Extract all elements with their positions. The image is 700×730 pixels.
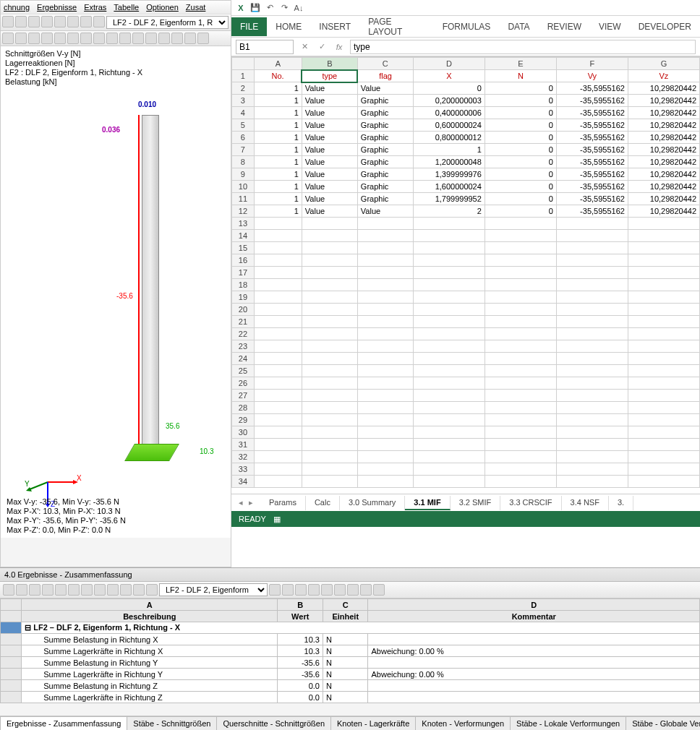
cell[interactable] bbox=[628, 426, 699, 439]
comment-cell[interactable]: Abweichung: 0.00 % bbox=[368, 645, 700, 657]
cell[interactable] bbox=[357, 377, 413, 390]
cell[interactable]: 0 bbox=[485, 95, 556, 107]
cell[interactable] bbox=[485, 439, 556, 451]
row-header[interactable]: 25 bbox=[232, 365, 255, 377]
cell[interactable] bbox=[254, 218, 302, 230]
toolbar-icon[interactable] bbox=[67, 33, 79, 44]
cell[interactable] bbox=[556, 316, 628, 328]
cell[interactable] bbox=[302, 414, 357, 426]
cell[interactable] bbox=[556, 304, 628, 316]
cell[interactable] bbox=[556, 451, 628, 463]
cell[interactable]: 1 bbox=[254, 205, 302, 218]
cell[interactable] bbox=[302, 242, 357, 254]
cell[interactable] bbox=[302, 230, 357, 242]
cell[interactable] bbox=[413, 340, 485, 353]
cell[interactable] bbox=[485, 340, 556, 353]
cell[interactable] bbox=[254, 316, 302, 328]
cell[interactable]: -35,5955162 bbox=[556, 95, 628, 107]
cell[interactable] bbox=[628, 353, 699, 365]
desc-cell[interactable]: Summe Belastung in Richtung Z bbox=[22, 680, 278, 692]
cell[interactable] bbox=[485, 254, 556, 267]
cell[interactable] bbox=[628, 439, 699, 451]
cell[interactable] bbox=[628, 316, 699, 328]
cell[interactable] bbox=[556, 365, 628, 377]
row-header[interactable]: 34 bbox=[232, 476, 255, 488]
cell[interactable]: 1 bbox=[413, 144, 485, 156]
toolbar-icon[interactable] bbox=[94, 584, 106, 596]
col-header[interactable]: C bbox=[357, 58, 413, 70]
cell[interactable]: 0 bbox=[485, 82, 556, 95]
cell[interactable] bbox=[254, 365, 302, 377]
cell[interactable] bbox=[556, 254, 628, 267]
excel-export-icon[interactable] bbox=[360, 584, 372, 596]
results-tab[interactable]: Knoten - Lagerkräfte bbox=[330, 716, 416, 730]
cell[interactable] bbox=[485, 414, 556, 426]
cell[interactable] bbox=[357, 230, 413, 242]
row-header[interactable]: 5 bbox=[232, 119, 255, 132]
loadcase-dropdown[interactable]: LF2 - DLF 2, Eigenform 1, R bbox=[106, 16, 229, 29]
row-header[interactable]: 10 bbox=[232, 181, 255, 193]
cell[interactable] bbox=[254, 304, 302, 316]
cell[interactable] bbox=[254, 390, 302, 402]
toolbar-icon[interactable] bbox=[16, 584, 27, 596]
toolbar-icon[interactable] bbox=[373, 584, 385, 596]
cell[interactable] bbox=[485, 242, 556, 254]
comment-cell[interactable] bbox=[368, 680, 700, 692]
cell[interactable]: 10,29820442 bbox=[628, 156, 699, 168]
cell[interactable] bbox=[413, 254, 485, 267]
results-loadcase-dropdown[interactable]: LF2 - DLF 2, Eigenform bbox=[159, 583, 268, 596]
cell[interactable] bbox=[556, 230, 628, 242]
cell[interactable] bbox=[254, 463, 302, 476]
cell[interactable] bbox=[556, 353, 628, 365]
toolbar-icon[interactable] bbox=[80, 33, 92, 44]
cell[interactable]: Graphic bbox=[357, 156, 413, 168]
cell[interactable] bbox=[254, 242, 302, 254]
cell[interactable] bbox=[413, 426, 485, 439]
row-header[interactable]: 27 bbox=[232, 390, 255, 402]
cell[interactable]: -35,5955162 bbox=[556, 181, 628, 193]
cell[interactable]: -35,5955162 bbox=[556, 82, 628, 95]
cell[interactable] bbox=[357, 267, 413, 279]
cell[interactable] bbox=[556, 476, 628, 488]
cell[interactable] bbox=[302, 218, 357, 230]
results-table[interactable]: ABCDBeschreibungWertEinheitKommentar⊟ LF… bbox=[0, 598, 700, 703]
comment-cell[interactable] bbox=[368, 657, 700, 669]
cell[interactable]: Value bbox=[302, 205, 357, 218]
cell[interactable] bbox=[485, 390, 556, 402]
cell[interactable]: -35,5955162 bbox=[556, 132, 628, 144]
cell[interactable] bbox=[413, 463, 485, 476]
cell[interactable]: Value bbox=[302, 132, 357, 144]
toolbar-icon[interactable] bbox=[132, 33, 144, 44]
col-header[interactable]: E bbox=[485, 58, 556, 70]
cell[interactable] bbox=[302, 426, 357, 439]
value-cell[interactable]: 0.0 bbox=[278, 692, 323, 703]
cell[interactable] bbox=[254, 439, 302, 451]
cell[interactable]: 0 bbox=[413, 82, 485, 95]
cell[interactable]: 10,29820442 bbox=[628, 119, 699, 132]
cell[interactable]: Graphic bbox=[357, 119, 413, 132]
sheet-tab[interactable]: Params bbox=[260, 496, 306, 510]
cell[interactable] bbox=[302, 476, 357, 488]
cell[interactable] bbox=[485, 426, 556, 439]
cell[interactable]: 1,600000024 bbox=[413, 181, 485, 193]
cell[interactable] bbox=[485, 304, 556, 316]
row-header[interactable]: 21 bbox=[232, 316, 255, 328]
toolbar-icon[interactable] bbox=[184, 33, 196, 44]
row-header[interactable]: 23 bbox=[232, 340, 255, 353]
cell[interactable] bbox=[628, 218, 699, 230]
row-header[interactable]: 19 bbox=[232, 291, 255, 304]
cell[interactable]: 10,29820442 bbox=[628, 107, 699, 119]
cell[interactable] bbox=[413, 328, 485, 340]
sheet-tab[interactable]: 3.4 NSF bbox=[562, 496, 609, 510]
sheet-tab[interactable]: 3.1 MIF bbox=[405, 496, 450, 510]
cell[interactable] bbox=[413, 439, 485, 451]
cell[interactable] bbox=[357, 451, 413, 463]
row-header[interactable]: 33 bbox=[232, 463, 255, 476]
cell[interactable] bbox=[485, 353, 556, 365]
ribbon-tab-formulas[interactable]: FORMULAS bbox=[434, 17, 500, 36]
toolbar-icon[interactable] bbox=[107, 584, 119, 596]
cell[interactable]: Value bbox=[302, 168, 357, 181]
cell[interactable] bbox=[413, 377, 485, 390]
cell[interactable] bbox=[628, 340, 699, 353]
cell[interactable] bbox=[485, 463, 556, 476]
